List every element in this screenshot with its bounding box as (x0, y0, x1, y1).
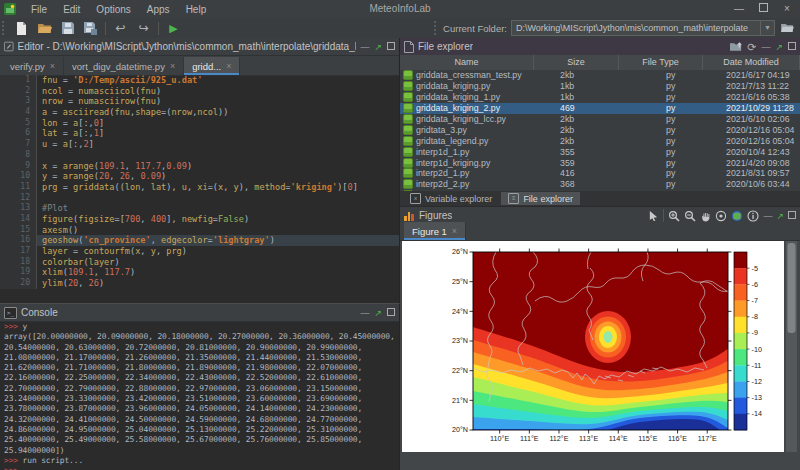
column-header-size[interactable]: Size (534, 55, 619, 70)
python-file-icon (403, 70, 413, 80)
file-date: 2020/12/16 05:04 (703, 136, 800, 146)
editor-tab[interactable]: gridd...× (184, 57, 240, 75)
menu-options[interactable]: Options (89, 2, 137, 17)
file-size: 1kb (534, 92, 619, 102)
save-button[interactable] (59, 20, 76, 36)
editor-tab-label: vort_digv_datetime.py (72, 61, 165, 72)
line-number: 5 (0, 118, 37, 129)
figure-canvas[interactable]: 110°E111°E112°E113°E114°E115°E116°E117°E… (400, 241, 800, 470)
code-editor[interactable]: 1fnu = 'D:/Temp/ascii/925_u.dat'2ncol = … (0, 75, 399, 303)
dock-tab-variable-explorer[interactable]: xVariable explorer (403, 192, 499, 205)
open-in-explorer-icon[interactable] (730, 42, 742, 52)
file-explorer-maximize-button[interactable] (788, 42, 796, 52)
open-folder-button[interactable] (36, 20, 53, 36)
editor-tab[interactable]: verify.py× (2, 57, 64, 75)
file-table: griddata_cressman_test.py2kbpy2021/6/17 … (400, 70, 800, 191)
editor-minimize-button[interactable]: — (360, 42, 369, 52)
console-maximize-button[interactable] (387, 308, 395, 318)
file-date: 2021/6/10 02:06 (703, 114, 800, 124)
code-line: 9x = arange(109.1, 117.7,0.09) (0, 161, 399, 172)
file-row[interactable]: interp1d_kriging.py359py2021/4/20 09:08 (400, 157, 800, 168)
window-close-button[interactable]: × (776, 1, 798, 17)
file-row[interactable]: gridtata_3.py2kbpy2020/12/16 05:04 (400, 124, 800, 135)
figures-minimize-button[interactable]: — (763, 211, 772, 221)
file-explorer-minimize-button[interactable]: — (761, 42, 770, 52)
undo-button[interactable]: ↩ (112, 20, 129, 36)
close-icon[interactable]: × (226, 61, 231, 71)
console-minimize-button[interactable]: — (360, 308, 369, 318)
file-row[interactable]: gridtata_legend.py2kbpy2020/12/16 05:04 (400, 135, 800, 146)
file-size: 2kb (534, 70, 619, 80)
file-row[interactable]: griddata_kriging_2.py469py2021/10/29 11:… (400, 103, 800, 114)
menu-file[interactable]: File (24, 2, 54, 17)
close-icon[interactable]: × (452, 226, 457, 236)
figures-title: Figures (419, 210, 452, 221)
code-line: 3nrow = numasciirow(fnu) (0, 96, 399, 107)
browse-folder-button[interactable] (779, 20, 796, 36)
pan-hand-icon[interactable] (700, 210, 711, 222)
current-folder-bar: Current Folder: D:\Working\MIScript\Jyth… (434, 18, 796, 38)
figure-tab[interactable]: Figure 1 × (404, 222, 466, 240)
file-row[interactable]: interp2d_1.py416py2021/8/31 09:57 (400, 168, 800, 179)
file-row[interactable]: griddata_kriging_1.py1kbpy2021/6/16 05:3… (400, 92, 800, 103)
globe-icon[interactable] (731, 210, 743, 222)
console-output[interactable]: >>> yarray([20.00000000, 20.09000000, 20… (0, 321, 399, 470)
save-all-button[interactable] (82, 20, 99, 36)
contour-bullseye-ring (604, 331, 613, 343)
python-file-icon (403, 114, 413, 124)
figures-maximize-button[interactable] (788, 211, 796, 221)
colorbar-label: -10 (752, 345, 762, 354)
run-script-button[interactable]: ▶ (165, 20, 182, 36)
window-maximize-button[interactable] (752, 1, 774, 17)
file-type: py (619, 92, 703, 102)
new-file-button[interactable] (13, 20, 30, 36)
close-icon[interactable]: × (170, 61, 175, 71)
line-number: 14 (0, 214, 37, 225)
file-row[interactable]: griddata_kriging_lcc.py2kbpy2021/6/10 02… (400, 114, 800, 125)
y-tick-label: 21°N (452, 396, 468, 405)
console-float-button[interactable]: ↗ (374, 308, 382, 318)
chevron-down-icon[interactable]: ▼ (760, 21, 774, 35)
pointer-icon[interactable] (648, 210, 659, 221)
menu-help[interactable]: Help (179, 2, 214, 17)
figures-float-button[interactable]: ↗ (776, 211, 784, 221)
figure-tab-label: Figure 1 (412, 226, 447, 237)
editor-float-button[interactable]: ↗ (374, 42, 382, 52)
file-size: 2kb (534, 136, 619, 146)
editor-tab[interactable]: vort_digv_datetime.py× (64, 57, 184, 75)
file-explorer-float-button[interactable]: ↗ (775, 42, 783, 52)
map-plot-area (473, 252, 751, 442)
editor-maximize-button[interactable] (387, 42, 395, 52)
current-folder-combobox[interactable]: D:\Working\MIScript\Jython\mis\common_ma… (511, 20, 775, 36)
save-icon (62, 22, 74, 34)
colorbar-cell (734, 252, 747, 268)
file-type: py (619, 147, 703, 157)
full-extent-icon[interactable] (715, 210, 727, 222)
toolbar-drag-handle[interactable] (2, 21, 7, 35)
x-tick-label: 115°E (638, 434, 657, 443)
file-row[interactable]: interp2d_2.py368py2020/10/6 03:44 (400, 179, 800, 190)
file-size: 469 (534, 103, 619, 113)
menu-edit[interactable]: Edit (56, 2, 87, 17)
redo-button[interactable]: ↪ (135, 20, 152, 36)
file-row[interactable]: interp1d_1.py355py2020/10/4 12:43 (400, 146, 800, 157)
refresh-icon[interactable]: ⟳ (747, 42, 756, 52)
line-number: 4 (0, 107, 37, 118)
main-toolbar: ↩ ↪ ▶ Current Folder: D:\Working\MIScrip… (0, 18, 800, 39)
file-type: py (619, 114, 703, 124)
zoom-out-icon[interactable] (684, 210, 696, 222)
file-row[interactable]: griddata_kriging.py1kbpy2021/7/13 11:22 (400, 81, 800, 92)
zoom-in-icon[interactable] (668, 210, 680, 222)
dock-tab-file-explorer[interactable]: ≡File explorer (501, 192, 580, 205)
column-header-date-modified[interactable]: Date Modified (703, 55, 800, 70)
line-number: 8 (0, 150, 37, 161)
close-icon[interactable]: × (50, 61, 55, 71)
column-header-file-type[interactable]: File Type (619, 55, 703, 70)
window-minimize-button[interactable]: — (728, 1, 750, 17)
file-row[interactable]: griddata_cressman_test.py2kbpy2021/6/17 … (400, 70, 800, 81)
menu-apps[interactable]: Apps (140, 2, 177, 17)
toolbar-drag-handle[interactable] (434, 21, 439, 35)
column-header-name[interactable]: Name (400, 55, 534, 70)
console-line: 23.78000000, 23.87000000, 23.96000000, 2… (4, 404, 399, 414)
identify-info-icon[interactable] (747, 210, 759, 222)
